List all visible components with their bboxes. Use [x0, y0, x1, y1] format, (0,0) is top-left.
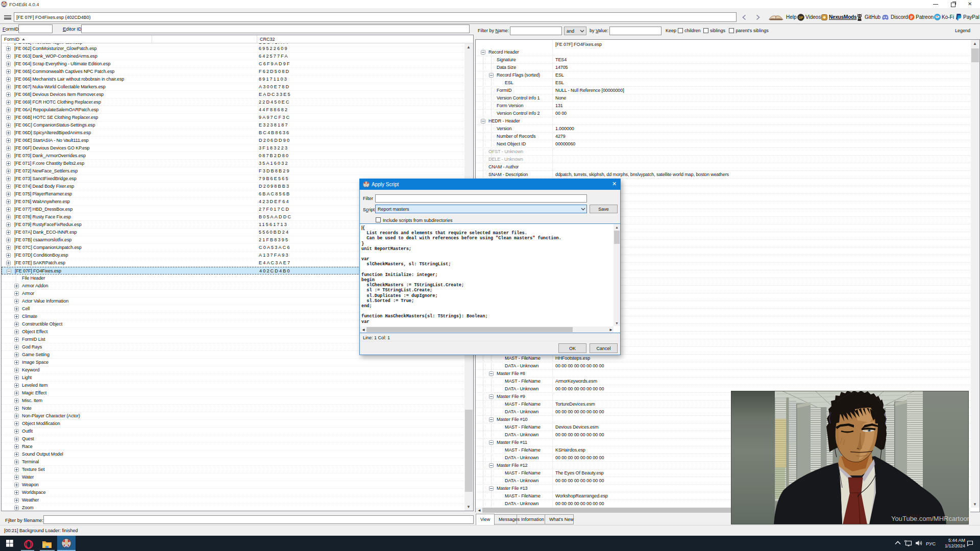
svg-text:P: P [910, 15, 913, 20]
svg-text:YouTube.com/MHRcartoon: YouTube.com/MHRcartoon [891, 515, 969, 522]
svg-text:GP: GP [798, 16, 803, 19]
